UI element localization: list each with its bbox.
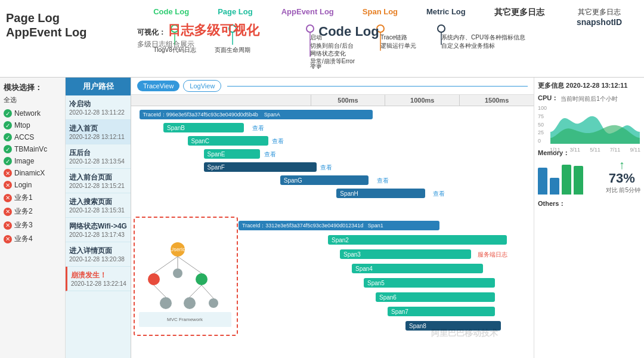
cpu-section: CPU： 当前时间前后1个小时 100 75 50 25 0 [538, 94, 640, 144]
sidebar-select-all[interactable]: 全选 [4, 95, 61, 104]
trace-view-button[interactable]: TraceView [137, 81, 179, 91]
path-name-backstage: 压后台 [69, 148, 127, 158]
path-time-home: 2020-12-28 13:12:11 [69, 134, 127, 140]
span-bar-6[interactable]: Span6 [376, 292, 495, 302]
main-area: 模块选择： 全选 ✓ Network ✓ Mtop ✓ ACCS ✓ TBMai… [0, 78, 644, 358]
span-label-1: TraceId：3312e3e5f3a374f5c93c3e0490d01234… [242, 222, 383, 230]
trace-row-span6: Span6 [376, 291, 495, 303]
sidebar-item-mtop[interactable]: ✓ Mtop [4, 121, 61, 129]
see-btn-b[interactable]: 查看 [252, 124, 264, 132]
trace-row-spang: SpanG 查看 [131, 174, 534, 186]
others-label: Others： [538, 199, 640, 208]
path-item-front-page[interactable]: 进入前台页面 2020-12-28 13:15:21 [66, 169, 131, 193]
path-item-detail[interactable]: 进入详情页面 2020-12-28 13:20:38 [66, 242, 131, 267]
path-item-crash[interactable]: 崩溃发生！ 2020-12-28 13:22:14 [66, 267, 131, 291]
path-item-network-change[interactable]: 网络状态Wifi->4G 2020-12-28 13:17:43 [66, 218, 131, 242]
see-btn-c[interactable]: 查看 [272, 137, 284, 146]
x-icon-task3: ✕ [4, 221, 12, 230]
svg-line-34 [202, 285, 213, 298]
span-bar-g[interactable]: SpanG [280, 175, 369, 185]
span-bar-4[interactable]: Span4 [352, 264, 483, 273]
path-name-front-page: 进入前台页面 [69, 172, 127, 183]
path-item-cold-start[interactable]: 冷启动 2020-12-28 13:11:22 [66, 95, 131, 120]
trace-row-span4: Span4 [352, 263, 483, 274]
check-icon-mtop: ✓ [4, 121, 12, 129]
x-icon-task1: ✕ [4, 194, 12, 202]
svg-text:变更: 变更 [310, 63, 322, 69]
span-bar-f[interactable]: SpanF [204, 162, 317, 172]
sidebar-label-dinamicx: DinamicX [14, 169, 45, 177]
sidebar-item-task3[interactable]: ✕ 业务3 [4, 220, 61, 230]
span-bar-b[interactable]: SpanB [163, 123, 244, 132]
span-label-2: Span2 [332, 237, 349, 243]
see-btn-e[interactable]: 查看 [264, 150, 276, 159]
sidebar-item-task4[interactable]: ✕ 业务4 [4, 234, 61, 244]
sidebar-title: 模块选择： [4, 82, 61, 93]
sidebar-item-tbmainvc[interactable]: ✓ TBMainVc [4, 145, 61, 153]
x-icon-dinamicx: ✕ [4, 169, 12, 177]
timeline-500ms: 500ms [311, 95, 385, 106]
page-log-tab[interactable]: Page Log [218, 7, 253, 18]
path-item-search[interactable]: 进入搜索页面 2020-12-28 13:15:31 [66, 193, 131, 218]
cpu-chart-svg [550, 105, 640, 144]
svg-point-24 [173, 268, 182, 278]
header-center: Code Log Page Log AppEvent Log Span Log … [137, 5, 561, 70]
span-label-7: Span7 [391, 308, 408, 315]
path-item-backstage[interactable]: 压后台 2020-12-28 13:13:54 [66, 144, 131, 169]
span-label-6: Span6 [379, 294, 397, 301]
sidebar-label-accs: ACCS [14, 133, 34, 141]
sidebar-item-network[interactable]: ✓ Network [4, 109, 61, 118]
x-icon-task4: ✕ [4, 235, 12, 243]
trace-row-spanb: SpanB 查看 [131, 122, 534, 134]
appevent-log-tab[interactable]: AppEvent Log [281, 7, 334, 18]
span-bar-8[interactable]: Span8 [405, 321, 501, 331]
check-icon-tbmainvc: ✓ [4, 145, 12, 153]
span-log-tab[interactable]: Span Log [363, 7, 398, 18]
cpu-axis-25: 25 [538, 129, 550, 135]
see-btn-f[interactable]: 查看 [320, 163, 332, 172]
span-bar-3[interactable]: Span3 [340, 249, 471, 259]
svg-text:逻辑运行单元: 逻辑运行单元 [380, 42, 416, 49]
svg-text:系统内存、CPU等各种指标信息: 系统内存、CPU等各种指标信息 [441, 34, 525, 41]
span-bar-7[interactable]: Span7 [388, 307, 495, 316]
span-bar-e[interactable]: SpanE [204, 149, 261, 159]
path-time-network-change: 2020-12-28 13:17:43 [69, 232, 127, 238]
cpu-desc: 当前时间前后1个小时 [561, 95, 618, 103]
span-bar-5[interactable]: Span5 [364, 278, 495, 288]
svg-line-33 [190, 285, 202, 297]
span-label-e: SpanE [208, 151, 225, 158]
sidebar-item-dinamicx[interactable]: ✕ DinamicX [4, 169, 61, 177]
mem-bar-3 [562, 165, 571, 195]
sidebar-item-accs[interactable]: ✓ ACCS [4, 133, 61, 141]
cpu-axis-0: 0 [538, 138, 550, 144]
relationship-graph: UserId MVC Framework [136, 220, 234, 330]
span-bar-a[interactable]: TraceId：996e3e5f3a374f5c93c3e0490d0d5b4b… [140, 110, 373, 119]
see-btn-h[interactable]: 查看 [433, 190, 445, 198]
span-bar-c[interactable]: SpanC [188, 136, 268, 146]
sidebar-item-task1[interactable]: ✕ 业务1 [4, 193, 61, 203]
svg-point-23 [148, 273, 160, 285]
span-bar-1[interactable]: TraceId：3312e3e5f3a374f5c93c3e0490d01234… [239, 221, 439, 230]
code-log-tab[interactable]: Code Log [153, 7, 189, 18]
svg-text:Trace链路: Trace链路 [380, 34, 407, 41]
sidebar-label-task1: 业务1 [14, 193, 33, 203]
snapshot-other-label: 其它更多日志 [561, 7, 638, 17]
path-item-home[interactable]: 进入首页 2020-12-28 13:12:11 [66, 120, 131, 144]
path-name-detail: 进入详情页面 [69, 246, 127, 256]
path-time-backstage: 2020-12-28 13:13:54 [69, 158, 127, 165]
see-btn-g[interactable]: 查看 [377, 177, 389, 185]
span-bar-h[interactable]: SpanH [336, 189, 425, 198]
metric-log-tab[interactable]: Metric Log [426, 7, 466, 18]
span-bar-2[interactable]: Span2 [328, 235, 507, 245]
graph-svg: UserId MVC Framework [136, 220, 234, 330]
sidebar-item-task2[interactable]: ✕ 业务2 [4, 206, 61, 217]
sidebar-item-login[interactable]: ✕ Login [4, 181, 61, 189]
sidebar-item-image[interactable]: ✓ Image [4, 157, 61, 165]
cpu-axis-100: 100 [538, 105, 550, 111]
memory-percent-value: 73% [609, 171, 635, 186]
other-log-tab[interactable]: 其它更多日志 [494, 7, 544, 18]
path-time-detail: 2020-12-28 13:20:38 [69, 256, 127, 263]
check-icon-network: ✓ [4, 109, 12, 118]
log-view-button[interactable]: LogView [183, 80, 221, 92]
cpu-x-3: 3/11 [570, 147, 581, 153]
